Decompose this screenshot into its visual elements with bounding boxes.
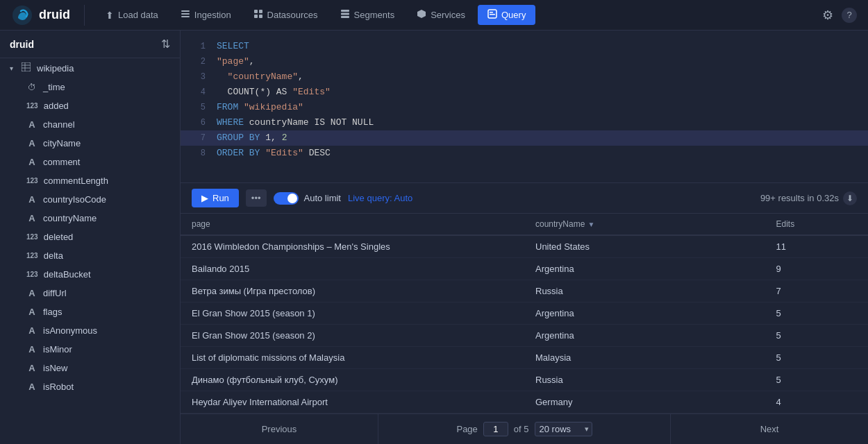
sidebar-field-added[interactable]: 123 added	[0, 96, 180, 115]
column-header-countryname[interactable]: countryName ▼	[524, 214, 765, 235]
run-button[interactable]: ▶ Run	[192, 189, 239, 207]
sidebar-field-deltabucket[interactable]: 123 deltaBucket	[0, 265, 180, 284]
svg-marker-11	[417, 10, 426, 18]
ingestion-icon	[181, 9, 190, 21]
segments-icon	[340, 9, 350, 21]
sidebar-field-flags[interactable]: A flags	[0, 302, 180, 321]
nav-item-services[interactable]: Services	[407, 5, 475, 25]
nav-item-segments[interactable]: Segments	[331, 5, 405, 25]
column-header-edits: Edits	[765, 214, 869, 235]
nav-item-load-data[interactable]: ⬆ Load data	[96, 6, 168, 25]
rows-per-page-select[interactable]: 10 rows 20 rows 50 rows 100 rows	[535, 422, 592, 436]
code-line-5: 5 FROM "wikipedia"	[181, 100, 868, 115]
number-icon: 123	[26, 102, 38, 110]
table-row: Динамо (футбольный клуб, Сухум) Russia 5	[181, 369, 868, 391]
live-query-value[interactable]: Auto	[394, 193, 412, 203]
string-icon-10: A	[26, 363, 37, 373]
sidebar-field-diffurl[interactable]: A diffUrl	[0, 284, 180, 302]
auto-limit-toggle[interactable]	[274, 192, 299, 205]
services-icon	[417, 9, 426, 21]
logo-text: druid	[39, 8, 70, 22]
number-icon-2: 123	[26, 177, 38, 185]
datasource-label: wikipedia	[37, 63, 74, 74]
sidebar-sort-icon[interactable]: ⇅	[161, 37, 170, 51]
svg-rect-10	[341, 16, 349, 18]
page-info: Page of 5 10 rows 20 rows 50 rows 100 ro…	[378, 422, 670, 436]
sidebar-field-channel[interactable]: A channel	[0, 115, 180, 134]
number-icon-5: 123	[26, 271, 38, 278]
column-header-page: page	[181, 214, 524, 235]
sidebar-field-isnew[interactable]: A isNew	[0, 359, 180, 377]
cell-edits: 5	[765, 369, 869, 391]
previous-button[interactable]: Previous	[181, 414, 378, 444]
cell-countryname: Argentina	[524, 258, 765, 280]
nav-item-datasources[interactable]: Datasources	[244, 5, 328, 25]
sidebar-field-delta[interactable]: 123 delta	[0, 246, 180, 265]
sidebar-field-isanonymous[interactable]: A isAnonymous	[0, 321, 180, 340]
sidebar-field-comment[interactable]: A comment	[0, 153, 180, 171]
svg-rect-14	[490, 14, 495, 15]
auto-limit-toggle-area: Auto limit	[274, 192, 341, 205]
sidebar-field-deleted[interactable]: 123 deleted	[0, 228, 180, 246]
sidebar-field-countryname[interactable]: A countryName	[0, 209, 180, 228]
query-icon	[487, 9, 497, 21]
number-icon-3: 123	[26, 233, 38, 241]
string-icon-3: A	[26, 157, 37, 167]
top-navigation: druid ⬆ Load data Ingestion Datasources …	[0, 0, 868, 31]
table-row: Bailando 2015 Argentina 9	[181, 258, 868, 280]
svg-rect-13	[490, 12, 493, 13]
string-icon-8: A	[26, 325, 37, 336]
svg-rect-9	[341, 13, 349, 15]
table-row: List of diplomatic missions of Malaysia …	[181, 347, 868, 369]
cell-countryname: Argentina	[524, 302, 765, 325]
sidebar-field-countryisocode[interactable]: A countryIsoCode	[0, 190, 180, 209]
code-line-8: 8 ORDER BY "Edits" DESC	[181, 146, 868, 161]
string-icon: A	[26, 119, 37, 130]
cell-edits: 5	[765, 347, 869, 369]
sidebar-field-isminor[interactable]: A isMinor	[0, 340, 180, 359]
nav-right: ⚙ ?	[822, 8, 857, 23]
cell-page: El Gran Show 2015 (season 2)	[181, 325, 524, 347]
cell-countryname: Argentina	[524, 325, 765, 347]
sidebar-field-time[interactable]: ⏱ _time	[0, 78, 180, 96]
load-data-icon: ⬆	[106, 10, 114, 21]
table-body: 2016 Wimbledon Championships – Men's Sin…	[181, 235, 868, 413]
cell-edits: 5	[765, 302, 869, 325]
svg-rect-4	[254, 10, 258, 13]
page-number-input[interactable]	[483, 422, 508, 436]
cell-countryname: United States	[524, 235, 765, 258]
logo: druid	[11, 4, 70, 26]
cell-edits: 9	[765, 258, 869, 280]
sidebar-field-commentlength[interactable]: 123 commentLength	[0, 171, 180, 190]
table-row: El Gran Show 2015 (season 2) Argentina 5	[181, 325, 868, 347]
table-header-row: page countryName ▼ Edits	[181, 214, 868, 235]
more-options-button[interactable]: •••	[246, 189, 267, 207]
datasources-icon	[253, 9, 263, 21]
code-line-2: 2 "page",	[181, 54, 868, 69]
nav-items: ⬆ Load data Ingestion Datasources Segmen…	[96, 5, 822, 25]
download-button[interactable]: ⬇	[843, 191, 857, 205]
cell-page: Ветра зимы (Игра престолов)	[181, 280, 524, 302]
sidebar-field-cityname[interactable]: A cityName	[0, 134, 180, 153]
cell-page: Динамо (футбольный клуб, Сухум)	[181, 369, 524, 391]
help-icon[interactable]: ?	[842, 8, 857, 23]
code-editor[interactable]: 1 SELECT 2 "page", 3 "countryName", 4 CO…	[181, 31, 868, 183]
cell-page: List of diplomatic missions of Malaysia	[181, 347, 524, 369]
cell-edits: 11	[765, 235, 869, 258]
svg-rect-6	[254, 15, 258, 18]
settings-icon[interactable]: ⚙	[822, 8, 833, 23]
cell-edits: 5	[765, 325, 869, 347]
sidebar-datasource-wikipedia[interactable]: ▾ wikipedia	[0, 58, 180, 78]
nav-item-query[interactable]: Query	[478, 5, 535, 25]
data-table: page countryName ▼ Edits	[181, 214, 868, 413]
results-table: page countryName ▼ Edits	[181, 214, 868, 413]
string-icon-9: A	[26, 344, 37, 355]
nav-item-ingestion[interactable]: Ingestion	[171, 5, 241, 25]
cell-page: 2016 Wimbledon Championships – Men's Sin…	[181, 235, 524, 258]
rows-per-page-select-wrap: 10 rows 20 rows 50 rows 100 rows	[535, 422, 592, 436]
svg-rect-15	[22, 62, 31, 71]
string-icon-11: A	[26, 382, 37, 392]
next-button[interactable]: Next	[670, 414, 868, 444]
sidebar-field-isrobot[interactable]: A isRobot	[0, 377, 180, 396]
string-icon-2: A	[26, 138, 37, 148]
